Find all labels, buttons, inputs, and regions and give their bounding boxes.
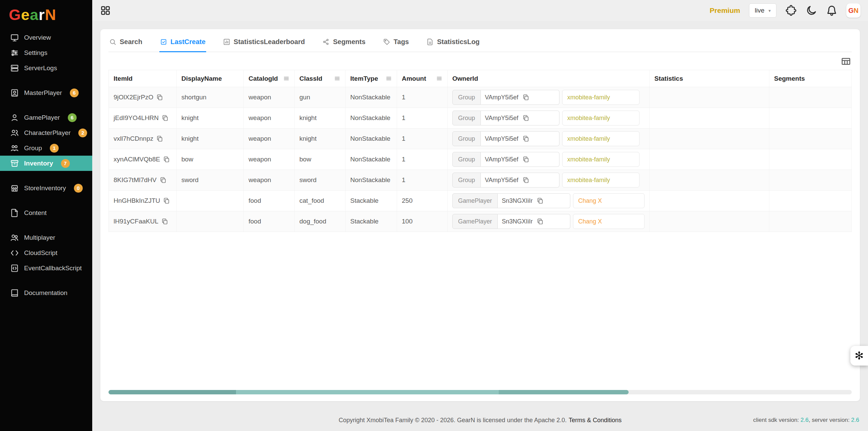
cell-statistics xyxy=(650,108,769,129)
owner-id-field[interactable]: VAmpY5i5ef xyxy=(481,90,559,105)
sidebar-item-label: ServerLogs xyxy=(24,64,57,72)
copy-icon[interactable] xyxy=(537,197,544,204)
column-filter-icon[interactable] xyxy=(283,75,290,82)
owner-id-field[interactable]: VAmpY5i5ef xyxy=(481,111,559,125)
inventory-card: Search LastCreate StatisticsLeaderboard … xyxy=(100,29,860,401)
copy-icon[interactable] xyxy=(160,177,166,183)
col-classid: ClassId xyxy=(295,70,346,87)
column-filter-icon[interactable] xyxy=(386,75,392,82)
sidebar-item-eventcallbackscript[interactable]: EventCallbackScript xyxy=(0,260,92,276)
cell-classid: knight xyxy=(295,129,346,149)
sidebar-item-label: Group xyxy=(24,144,42,152)
multiplayer-icon xyxy=(10,233,19,242)
copy-icon[interactable] xyxy=(156,135,163,142)
dark-mode-button[interactable] xyxy=(806,5,817,16)
copy-icon[interactable] xyxy=(522,156,529,163)
table-row: lH91yCFaaKUL food dog_food Stackable 100… xyxy=(109,211,852,232)
tab-statisticsleaderboard[interactable]: StatisticsLeaderboard xyxy=(222,33,305,52)
cell-ownerid: GamePlayer Sn3NGXIiIr Chang X xyxy=(448,211,650,232)
server-logs-icon xyxy=(10,64,19,73)
copy-icon[interactable] xyxy=(522,94,529,101)
notifications-button[interactable] xyxy=(826,5,837,16)
tab-search[interactable]: Search xyxy=(108,33,143,52)
owner-name-field[interactable]: Chang X xyxy=(573,214,645,229)
sidebar-item-multiplayer[interactable]: Multiplayer xyxy=(0,230,92,245)
col-catalogid: CatalogId xyxy=(244,70,295,87)
table-toolbar xyxy=(108,52,852,70)
premium-badge[interactable]: Premium xyxy=(710,6,740,15)
sidebar-item-characterplayer[interactable]: CharacterPlayer 2 xyxy=(0,125,92,140)
sidebar-item-inventory[interactable]: Inventory 7 xyxy=(0,156,92,171)
column-filter-icon[interactable] xyxy=(436,75,442,82)
owner-id-field[interactable]: Sn3NGXIiIr xyxy=(498,193,570,208)
sidebar-item-label: Settings xyxy=(24,49,47,57)
tab-lastcreate[interactable]: LastCreate xyxy=(159,33,206,52)
copy-icon[interactable] xyxy=(537,218,544,225)
copy-icon[interactable] xyxy=(163,156,170,163)
table-row: vxll7hCDnnpz knight weapon knight NonSta… xyxy=(109,129,852,149)
content-area: Search LastCreate StatisticsLeaderboard … xyxy=(92,21,868,409)
owner-id-field[interactable]: VAmpY5i5ef xyxy=(481,173,559,188)
owner-name-field[interactable]: xmobitea-family xyxy=(562,90,639,105)
sidebar-item-content[interactable]: Content xyxy=(0,205,92,220)
copy-icon[interactable] xyxy=(522,177,529,183)
sidebar-item-serverlogs[interactable]: ServerLogs xyxy=(0,60,92,76)
col-statistics: Statistics xyxy=(650,70,769,87)
sidebar-item-label: Multiplayer xyxy=(24,234,55,241)
sidebar-item-documentation[interactable]: Documentation xyxy=(0,285,92,300)
table-settings-button[interactable] xyxy=(841,56,851,66)
owner-name-field[interactable]: xmobitea-family xyxy=(562,111,639,125)
tab-label: StatisticsLeaderboard xyxy=(234,38,305,46)
app-logo[interactable]: GearN xyxy=(0,0,92,30)
environment-select[interactable]: live ▾ xyxy=(749,3,776,18)
puzzle-button[interactable] xyxy=(785,5,797,16)
copy-icon[interactable] xyxy=(161,218,168,225)
horizontal-scrollbar[interactable] xyxy=(108,390,852,394)
count-badge: 6 xyxy=(68,113,77,122)
owner-id-field[interactable]: Sn3NGXIiIr xyxy=(498,214,570,229)
sidebar-item-label: StoreInventory xyxy=(24,184,66,192)
copy-icon[interactable] xyxy=(163,197,170,204)
cell-itemtype: NonStackable xyxy=(346,149,397,170)
copy-icon[interactable] xyxy=(522,135,529,142)
copy-icon[interactable] xyxy=(156,94,163,101)
cell-displayname: shortgun xyxy=(177,87,244,108)
cell-itemid: 8KIG7tMl7dHV xyxy=(109,170,177,191)
tab-segments[interactable]: Segments xyxy=(322,33,366,52)
tab-statisticslog[interactable]: StatisticsLog xyxy=(426,33,480,52)
apps-grid-button[interactable] xyxy=(100,5,111,16)
sidebar-item-cloudscript[interactable]: CloudScript xyxy=(0,245,92,260)
scrollbar-thumb[interactable] xyxy=(108,390,629,394)
owner-id-field[interactable]: VAmpY5i5ef xyxy=(481,131,559,146)
cell-ownerid: Group VAmpY5i5ef xmobitea-family xyxy=(448,170,650,191)
tab-tags[interactable]: Tags xyxy=(382,33,410,52)
copy-icon[interactable] xyxy=(522,115,529,121)
bell-icon xyxy=(826,5,837,16)
statistics-log-icon xyxy=(427,38,434,45)
sidebar-item-settings[interactable]: Settings xyxy=(0,45,92,60)
owner-name-field[interactable]: xmobitea-family xyxy=(562,173,639,188)
col-segments: Segments xyxy=(769,70,852,87)
sidebar-item-masterplayer[interactable]: MasterPlayer 6 xyxy=(0,85,92,100)
tab-label: StatisticsLog xyxy=(437,38,480,46)
owner-name-field[interactable]: xmobitea-family xyxy=(562,152,639,167)
copy-icon[interactable] xyxy=(162,115,169,121)
tab-label: Tags xyxy=(394,38,409,46)
sidebar-item-group[interactable]: Group 1 xyxy=(0,140,92,156)
owner-name-field[interactable]: Chang X xyxy=(573,193,645,208)
owner-id-field[interactable]: VAmpY5i5ef xyxy=(481,152,559,167)
column-filter-icon[interactable] xyxy=(334,75,340,82)
sidebar-item-gameplayer[interactable]: GamePlayer 6 xyxy=(0,110,92,125)
owner-name-field[interactable]: xmobitea-family xyxy=(562,131,639,146)
floating-action-button[interactable]: ✻ xyxy=(850,346,868,366)
inventory-icon xyxy=(10,159,19,168)
table-row: 8KIG7tMl7dHV sword weapon sword NonStack… xyxy=(109,170,852,191)
version-info: client sdk version: 2.6, server version:… xyxy=(753,417,859,424)
terms-link[interactable]: Terms & Conditions xyxy=(569,417,622,424)
sidebar-item-label: CharacterPlayer xyxy=(24,129,71,137)
user-avatar[interactable]: GN xyxy=(846,3,861,18)
table-wrap: ItemId DisplayName CatalogId ClassId Ite… xyxy=(108,70,852,232)
sidebar-item-storeinventory[interactable]: StoreInventory 0 xyxy=(0,180,92,196)
master-player-icon xyxy=(10,89,19,97)
sidebar-item-overview[interactable]: Overview xyxy=(0,30,92,45)
